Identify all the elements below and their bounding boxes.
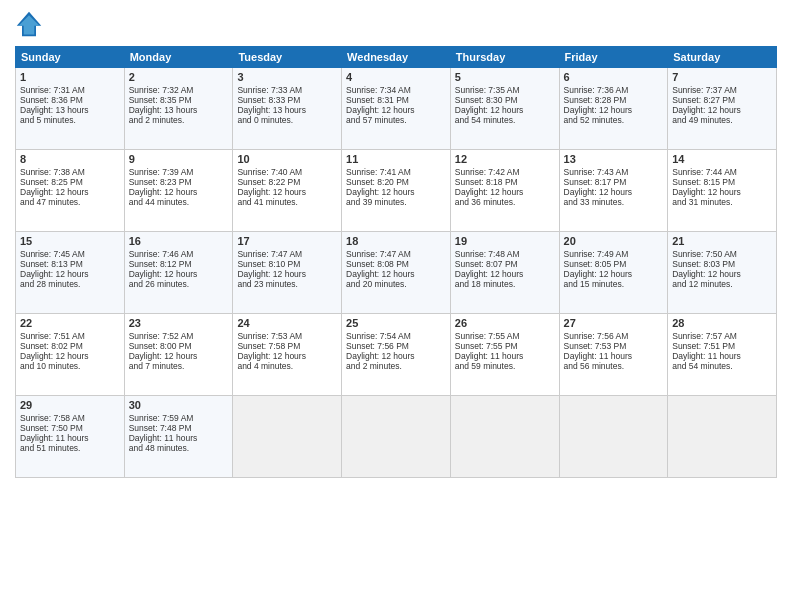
day-info: Sunset: 8:36 PM: [20, 95, 120, 105]
day-number: 7: [672, 71, 772, 83]
svg-marker-1: [19, 15, 40, 34]
day-info: Sunrise: 7:55 AM: [455, 331, 555, 341]
header-row: SundayMondayTuesdayWednesdayThursdayFrid…: [16, 47, 777, 68]
week-row-2: 15Sunrise: 7:45 AMSunset: 8:13 PMDayligh…: [16, 232, 777, 314]
day-info: and 41 minutes.: [237, 197, 337, 207]
day-header-saturday: Saturday: [668, 47, 777, 68]
calendar-table: SundayMondayTuesdayWednesdayThursdayFrid…: [15, 46, 777, 478]
day-number: 4: [346, 71, 446, 83]
day-header-thursday: Thursday: [450, 47, 559, 68]
day-info: and 57 minutes.: [346, 115, 446, 125]
day-info: and 2 minutes.: [129, 115, 229, 125]
calendar-cell: 22Sunrise: 7:51 AMSunset: 8:02 PMDayligh…: [16, 314, 125, 396]
day-info: Sunrise: 7:50 AM: [672, 249, 772, 259]
day-number: 23: [129, 317, 229, 329]
day-info: and 47 minutes.: [20, 197, 120, 207]
day-info: and 54 minutes.: [455, 115, 555, 125]
day-info: Sunset: 8:33 PM: [237, 95, 337, 105]
calendar-cell: 5Sunrise: 7:35 AMSunset: 8:30 PMDaylight…: [450, 68, 559, 150]
day-info: Daylight: 11 hours: [455, 351, 555, 361]
logo: [15, 10, 47, 38]
calendar-cell: 20Sunrise: 7:49 AMSunset: 8:05 PMDayligh…: [559, 232, 668, 314]
day-info: and 12 minutes.: [672, 279, 772, 289]
calendar-cell: 27Sunrise: 7:56 AMSunset: 7:53 PMDayligh…: [559, 314, 668, 396]
calendar-cell: 25Sunrise: 7:54 AMSunset: 7:56 PMDayligh…: [342, 314, 451, 396]
day-number: 6: [564, 71, 664, 83]
day-info: Daylight: 12 hours: [455, 187, 555, 197]
calendar-cell: [559, 396, 668, 478]
calendar-cell: 16Sunrise: 7:46 AMSunset: 8:12 PMDayligh…: [124, 232, 233, 314]
day-info: and 23 minutes.: [237, 279, 337, 289]
day-info: Daylight: 12 hours: [672, 105, 772, 115]
calendar-cell: 29Sunrise: 7:58 AMSunset: 7:50 PMDayligh…: [16, 396, 125, 478]
week-row-4: 29Sunrise: 7:58 AMSunset: 7:50 PMDayligh…: [16, 396, 777, 478]
day-info: Sunrise: 7:45 AM: [20, 249, 120, 259]
day-info: Sunrise: 7:53 AM: [237, 331, 337, 341]
day-info: and 4 minutes.: [237, 361, 337, 371]
day-info: Sunrise: 7:38 AM: [20, 167, 120, 177]
day-info: and 51 minutes.: [20, 443, 120, 453]
day-info: Daylight: 12 hours: [346, 269, 446, 279]
day-number: 15: [20, 235, 120, 247]
day-info: Sunrise: 7:33 AM: [237, 85, 337, 95]
day-info: Sunrise: 7:59 AM: [129, 413, 229, 423]
day-info: Sunset: 8:10 PM: [237, 259, 337, 269]
day-info: Sunrise: 7:46 AM: [129, 249, 229, 259]
day-info: Sunrise: 7:42 AM: [455, 167, 555, 177]
calendar-cell: 28Sunrise: 7:57 AMSunset: 7:51 PMDayligh…: [668, 314, 777, 396]
day-info: Daylight: 12 hours: [237, 187, 337, 197]
page: SundayMondayTuesdayWednesdayThursdayFrid…: [0, 0, 792, 612]
day-info: Daylight: 11 hours: [672, 351, 772, 361]
day-info: Daylight: 11 hours: [20, 433, 120, 443]
day-info: Sunrise: 7:31 AM: [20, 85, 120, 95]
day-info: Sunrise: 7:58 AM: [20, 413, 120, 423]
day-info: and 28 minutes.: [20, 279, 120, 289]
day-info: Sunset: 7:48 PM: [129, 423, 229, 433]
calendar-cell: 30Sunrise: 7:59 AMSunset: 7:48 PMDayligh…: [124, 396, 233, 478]
day-info: and 59 minutes.: [455, 361, 555, 371]
calendar-cell: 12Sunrise: 7:42 AMSunset: 8:18 PMDayligh…: [450, 150, 559, 232]
day-info: Daylight: 11 hours: [564, 351, 664, 361]
calendar-cell: 15Sunrise: 7:45 AMSunset: 8:13 PMDayligh…: [16, 232, 125, 314]
week-row-1: 8Sunrise: 7:38 AMSunset: 8:25 PMDaylight…: [16, 150, 777, 232]
calendar-cell: 17Sunrise: 7:47 AMSunset: 8:10 PMDayligh…: [233, 232, 342, 314]
day-number: 8: [20, 153, 120, 165]
day-info: and 48 minutes.: [129, 443, 229, 453]
day-info: Daylight: 11 hours: [129, 433, 229, 443]
day-number: 5: [455, 71, 555, 83]
day-info: and 10 minutes.: [20, 361, 120, 371]
day-info: Daylight: 12 hours: [129, 187, 229, 197]
day-info: and 44 minutes.: [129, 197, 229, 207]
day-header-tuesday: Tuesday: [233, 47, 342, 68]
calendar-cell: 9Sunrise: 7:39 AMSunset: 8:23 PMDaylight…: [124, 150, 233, 232]
day-number: 25: [346, 317, 446, 329]
day-info: Sunset: 8:30 PM: [455, 95, 555, 105]
day-info: Sunset: 8:08 PM: [346, 259, 446, 269]
day-info: Sunrise: 7:40 AM: [237, 167, 337, 177]
logo-icon: [15, 10, 43, 38]
day-number: 29: [20, 399, 120, 411]
calendar-cell: [342, 396, 451, 478]
day-info: Sunrise: 7:34 AM: [346, 85, 446, 95]
day-info: Daylight: 12 hours: [455, 269, 555, 279]
calendar-cell: 3Sunrise: 7:33 AMSunset: 8:33 PMDaylight…: [233, 68, 342, 150]
day-info: Sunrise: 7:36 AM: [564, 85, 664, 95]
day-info: and 20 minutes.: [346, 279, 446, 289]
day-number: 16: [129, 235, 229, 247]
calendar-cell: 4Sunrise: 7:34 AMSunset: 8:31 PMDaylight…: [342, 68, 451, 150]
day-info: Sunrise: 7:39 AM: [129, 167, 229, 177]
day-info: Sunset: 8:35 PM: [129, 95, 229, 105]
day-info: Sunset: 8:25 PM: [20, 177, 120, 187]
day-info: Sunset: 7:58 PM: [237, 341, 337, 351]
day-info: Sunset: 8:07 PM: [455, 259, 555, 269]
day-info: Daylight: 12 hours: [455, 105, 555, 115]
day-info: Daylight: 12 hours: [237, 269, 337, 279]
day-info: Sunset: 7:51 PM: [672, 341, 772, 351]
day-info: and 33 minutes.: [564, 197, 664, 207]
day-info: and 5 minutes.: [20, 115, 120, 125]
day-number: 26: [455, 317, 555, 329]
day-header-wednesday: Wednesday: [342, 47, 451, 68]
calendar-cell: 10Sunrise: 7:40 AMSunset: 8:22 PMDayligh…: [233, 150, 342, 232]
day-info: Daylight: 12 hours: [564, 187, 664, 197]
day-info: and 0 minutes.: [237, 115, 337, 125]
